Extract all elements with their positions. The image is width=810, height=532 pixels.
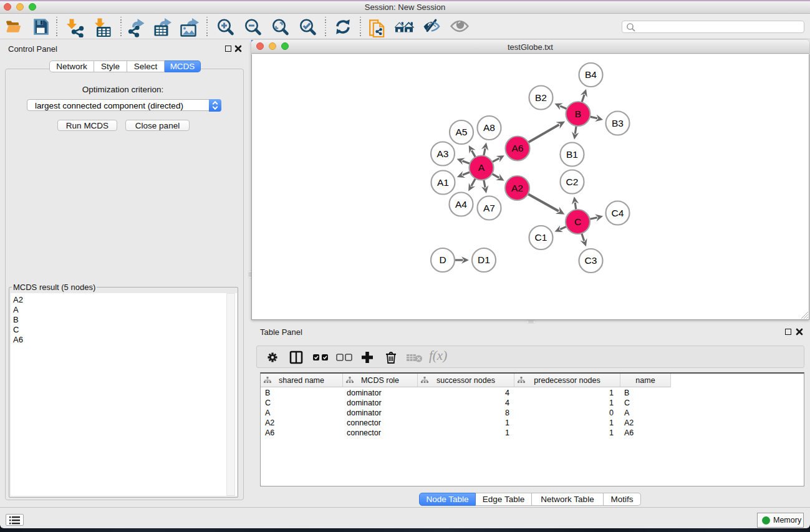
svg-text:B2: B2 <box>535 92 547 103</box>
svg-text:D: D <box>439 254 446 265</box>
svg-text:C: C <box>574 216 581 227</box>
svg-text:A6: A6 <box>512 143 524 153</box>
svg-text:B3: B3 <box>612 118 624 128</box>
svg-text:A5: A5 <box>456 127 468 137</box>
svg-text:C4: C4 <box>612 208 624 218</box>
svg-text:A3: A3 <box>437 148 449 159</box>
svg-text:B: B <box>575 109 581 119</box>
svg-text:C3: C3 <box>585 255 597 266</box>
svg-text:D1: D1 <box>478 254 490 265</box>
svg-text:B1: B1 <box>566 149 578 160</box>
svg-text:A7: A7 <box>483 203 495 213</box>
svg-text:C2: C2 <box>566 177 579 187</box>
svg-text:C1: C1 <box>535 232 547 243</box>
svg-text:A: A <box>478 162 485 173</box>
svg-text:A2: A2 <box>511 183 523 193</box>
svg-text:B4: B4 <box>585 69 597 80</box>
svg-text:A4: A4 <box>455 199 467 210</box>
svg-text:A1: A1 <box>437 177 449 188</box>
svg-text:A8: A8 <box>483 122 495 133</box>
